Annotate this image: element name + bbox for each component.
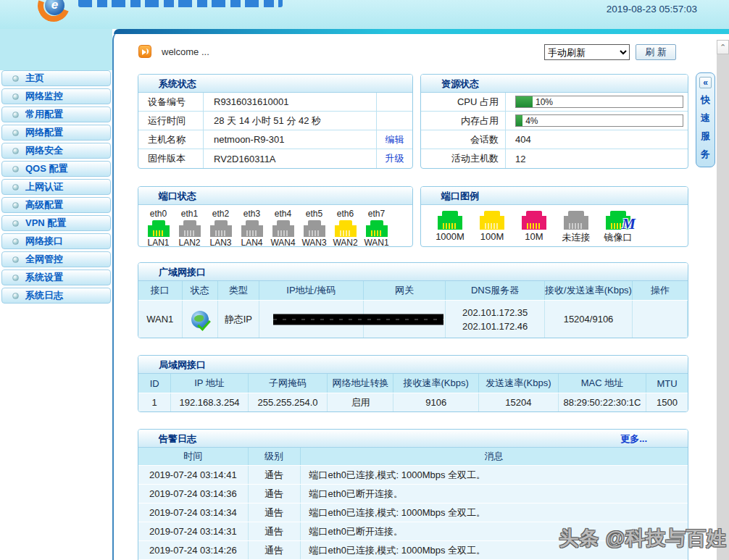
wan-type: 静态IP (218, 301, 259, 338)
table-row: CPU 占用 10% (421, 93, 688, 112)
sidebar-item-label: QOS 配置 (25, 162, 68, 175)
port-cell: eth6 WAN2 (330, 209, 361, 247)
sidebar-item-network-monitor[interactable]: 网络监控 (1, 88, 111, 104)
refresh-button[interactable]: 刷 新 (636, 44, 676, 60)
table-row: 2019-07-24 03:14:36 通告 端口eth0已断开连接。 (138, 484, 688, 503)
panel-title: 端口图例 (421, 187, 688, 205)
row-value: R9316031610001 (204, 96, 376, 107)
legend-item: 1000M (434, 209, 466, 244)
memory-percent-text: 4% (525, 116, 538, 126)
sidebar-item-system-log[interactable]: 系统日志 (1, 288, 111, 304)
port-cell: eth0 LAN1 (143, 209, 174, 247)
table-row: 活动主机数 12 (421, 149, 688, 168)
column-header: ID (138, 374, 171, 393)
rj45-port-icon (179, 220, 201, 237)
sidebar-item-label: 常用配置 (25, 108, 63, 121)
sidebar-item-label: 高级配置 (25, 198, 63, 212)
vertical-scrollbar[interactable]: ⌃ (717, 40, 729, 560)
port-name-label: WAN3 (299, 238, 330, 247)
sidebar-item-system-settings[interactable]: 系统设置 (1, 269, 111, 285)
rj45-port-icon (241, 220, 263, 237)
sidebar-item-network-interface[interactable]: 网络接口 (1, 233, 111, 249)
log-level: 通告 (249, 541, 301, 559)
table-header-row: ID IP 地址 子网掩码 网络地址转换 接收速率(Kbps) 发送速率(Kbp… (138, 374, 688, 393)
row-label: 设备编号 (138, 93, 204, 111)
row-label: 固件版本 (138, 149, 204, 168)
sidebar-item-common-config[interactable]: 常用配置 (1, 106, 111, 122)
log-level: 通告 (249, 503, 301, 522)
welcome-message: welcome ... (162, 46, 209, 57)
sidebar-item-network-security[interactable]: 网络安全 (1, 143, 111, 159)
port-eth-label: eth1 (174, 209, 205, 219)
port-eth-label: eth4 (267, 209, 299, 219)
scroll-up-arrow-icon[interactable]: ⌃ (717, 40, 729, 54)
upgrade-firmware-link[interactable]: 升级 (386, 152, 404, 165)
rj45-port-icon (210, 220, 232, 237)
column-header: IP地址/掩码 (259, 281, 364, 300)
legend-label: 100M (476, 231, 508, 242)
collapse-chevron-icon[interactable]: « (699, 77, 712, 88)
quick-service-char: 速 (701, 112, 710, 125)
sidebar-item-label: VPN 配置 (25, 217, 66, 230)
legend-item: M 镜像口 (602, 209, 634, 244)
sidebar-item-whole-network-control[interactable]: 全网管控 (1, 251, 111, 267)
dns-server-1: 202.101.172.35 (462, 307, 528, 318)
sidebar-item-network-config[interactable]: 网络配置 (1, 125, 111, 141)
wan-interface-panel: 广域网接口 接口 状态 类型 IP地址/掩码 网关 DNS服务器 接收/发送速率… (138, 262, 688, 338)
log-level: 通告 (249, 522, 301, 540)
column-header: 级别 (249, 448, 301, 465)
column-header: 消息 (301, 448, 688, 465)
table-header-row: 接口 状态 类型 IP地址/掩码 网关 DNS服务器 接收/发送速率(Kbps)… (138, 281, 688, 300)
port-name-label: LAN1 (143, 238, 174, 247)
table-row: 设备编号 R9316031610001 (138, 93, 412, 112)
legend-item: 未连接 (560, 209, 592, 244)
rj45-port-icon (304, 220, 325, 237)
sidebar-item-auth[interactable]: 上网认证 (1, 179, 111, 195)
sidebar-item-qos-config[interactable]: QOS 配置 (1, 161, 111, 177)
port-eth-label: eth3 (236, 209, 267, 219)
more-logs-link[interactable]: 更多... (620, 430, 647, 448)
rj45-port-icon (335, 220, 357, 237)
port-name-label: LAN3 (205, 238, 236, 247)
orb-bullet-icon (12, 238, 19, 245)
orb-bullet-icon (12, 220, 19, 227)
log-level: 通告 (249, 485, 301, 503)
column-header: 操作 (633, 281, 688, 300)
sidebar-item-vpn-config[interactable]: VPN 配置 (1, 215, 111, 231)
table-row: 2019-07-24 03:14:41 通告 端口eth0已连接,模式: 100… (138, 465, 688, 484)
sidebar-item-advanced-config[interactable]: 高级配置 (1, 197, 111, 213)
sidebar-item-label: 网络配置 (25, 126, 63, 139)
log-time: 2019-07-24 03:14:36 (138, 485, 249, 503)
table-row: 1 192.168.3.254 255.255.254.0 启用 9106 15… (138, 393, 688, 411)
left-background (0, 29, 112, 70)
refresh-mode-select[interactable]: 手动刷新 (544, 44, 630, 60)
table-row: 2019-07-24 03:14:34 通告 端口eth0已连接,模式: 100… (138, 503, 688, 522)
watermark-text: 头条 @科技与百姓 (559, 525, 727, 551)
panel-top-gradient (114, 29, 729, 34)
cpu-progress-bar: 10% (515, 96, 683, 108)
wan-action-cell (633, 301, 688, 338)
wan-connected-globe-icon (191, 311, 209, 328)
port-name-label: WAN1 (361, 238, 392, 247)
port-cell: eth1 LAN2 (174, 209, 205, 247)
resource-status-panel: 资源状态 CPU 占用 10% 内存占用 4% 会话数 404 (420, 74, 688, 169)
port-eth-label: eth5 (299, 209, 330, 219)
row-value: 28 天 14 小时 51 分 42 秒 (204, 114, 376, 128)
orb-bullet-icon (12, 75, 19, 82)
column-header: 类型 (218, 281, 259, 300)
rj45-mirror-port-icon: M (606, 211, 630, 230)
quick-service-char: 务 (701, 148, 710, 161)
row-action (376, 93, 412, 111)
port-legend-panel: 端口图例 1000M 100M 10M 未连接 M 镜像口 (420, 186, 688, 247)
lan-rx-rate: 9106 (393, 393, 478, 411)
wan-rate: 15204/9106 (545, 301, 633, 338)
column-header: 网关 (364, 281, 446, 300)
quick-service-tab[interactable]: « 快 速 服 务 (696, 72, 715, 167)
log-time: 2019-07-24 03:14:34 (138, 503, 249, 522)
sidebar-item-home[interactable]: 主页 (1, 70, 111, 86)
panel-title: 局域网接口 (138, 356, 688, 374)
edit-hostname-link[interactable]: 编辑 (386, 133, 404, 146)
wan-interface-name: WAN1 (138, 301, 183, 338)
system-status-panel: 系统状态 设备编号 R9316031610001 运行时间 28 天 14 小时… (138, 74, 413, 169)
column-header: 接口 (138, 281, 183, 300)
